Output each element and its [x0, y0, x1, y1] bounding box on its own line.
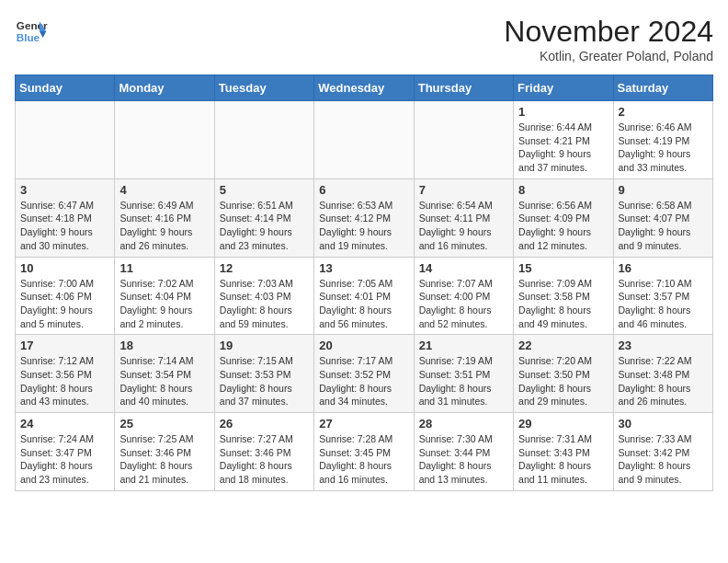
day-info: Sunrise: 7:12 AM Sunset: 3:56 PM Dayligh… [20, 354, 109, 408]
day-number: 15 [518, 261, 608, 275]
calendar-cell [414, 101, 513, 179]
day-number: 26 [220, 417, 309, 431]
calendar-cell: 2Sunrise: 6:46 AM Sunset: 4:19 PM Daylig… [613, 101, 712, 179]
day-number: 19 [220, 339, 309, 352]
day-number: 13 [319, 261, 408, 275]
week-row-0: 1Sunrise: 6:44 AM Sunset: 4:21 PM Daylig… [16, 101, 713, 179]
calendar-cell: 10Sunrise: 7:00 AM Sunset: 4:06 PM Dayli… [16, 257, 115, 335]
day-number: 17 [20, 339, 109, 352]
day-number: 11 [119, 261, 209, 275]
calendar-cell: 11Sunrise: 7:02 AM Sunset: 4:04 PM Dayli… [115, 257, 214, 335]
week-row-3: 17Sunrise: 7:12 AM Sunset: 3:56 PM Dayli… [16, 335, 713, 413]
day-info: Sunrise: 7:20 AM Sunset: 3:50 PM Dayligh… [518, 354, 608, 408]
day-info: Sunrise: 7:15 AM Sunset: 3:53 PM Dayligh… [220, 354, 309, 408]
day-info: Sunrise: 7:27 AM Sunset: 3:46 PM Dayligh… [220, 432, 309, 487]
calendar-cell: 30Sunrise: 7:33 AM Sunset: 3:42 PM Dayli… [613, 413, 712, 491]
calendar-cell: 19Sunrise: 7:15 AM Sunset: 3:53 PM Dayli… [214, 335, 313, 413]
calendar-cell: 28Sunrise: 7:30 AM Sunset: 3:44 PM Dayli… [414, 413, 513, 491]
week-row-2: 10Sunrise: 7:00 AM Sunset: 4:06 PM Dayli… [16, 257, 713, 335]
logo: General Blue [15, 15, 48, 48]
col-header-monday: Monday [115, 75, 214, 101]
day-number: 2 [619, 105, 708, 119]
month-year-title: November 2024 [504, 15, 713, 49]
calendar-cell: 3Sunrise: 6:47 AM Sunset: 4:18 PM Daylig… [16, 178, 115, 257]
day-info: Sunrise: 7:14 AM Sunset: 3:54 PM Dayligh… [119, 354, 209, 408]
day-number: 18 [119, 339, 209, 352]
day-info: Sunrise: 7:03 AM Sunset: 4:03 PM Dayligh… [220, 277, 309, 331]
calendar-cell: 25Sunrise: 7:25 AM Sunset: 3:46 PM Dayli… [115, 413, 214, 491]
day-number: 8 [518, 183, 608, 197]
day-number: 7 [419, 183, 508, 197]
day-info: Sunrise: 7:02 AM Sunset: 4:04 PM Dayligh… [119, 277, 209, 331]
day-number: 10 [20, 261, 109, 275]
logo-icon: General Blue [15, 15, 48, 48]
day-number: 12 [220, 261, 309, 275]
calendar-cell: 27Sunrise: 7:28 AM Sunset: 3:45 PM Dayli… [314, 413, 414, 491]
calendar-cell [314, 101, 414, 179]
col-header-friday: Friday [514, 75, 613, 101]
calendar-cell: 17Sunrise: 7:12 AM Sunset: 3:56 PM Dayli… [16, 335, 115, 413]
day-info: Sunrise: 7:19 AM Sunset: 3:51 PM Dayligh… [419, 354, 508, 408]
day-number: 21 [419, 339, 508, 352]
calendar-cell: 14Sunrise: 7:07 AM Sunset: 4:00 PM Dayli… [414, 257, 513, 335]
day-info: Sunrise: 7:24 AM Sunset: 3:47 PM Dayligh… [20, 432, 109, 487]
day-number: 27 [319, 417, 408, 431]
day-info: Sunrise: 7:33 AM Sunset: 3:42 PM Dayligh… [619, 432, 708, 487]
week-row-4: 24Sunrise: 7:24 AM Sunset: 3:47 PM Dayli… [16, 413, 713, 491]
calendar-cell: 23Sunrise: 7:22 AM Sunset: 3:48 PM Dayli… [613, 335, 712, 413]
day-number: 20 [319, 339, 408, 352]
day-info: Sunrise: 6:46 AM Sunset: 4:19 PM Dayligh… [619, 121, 708, 175]
location-subtitle: Kotlin, Greater Poland, Poland [504, 49, 713, 63]
day-info: Sunrise: 7:00 AM Sunset: 4:06 PM Dayligh… [20, 277, 109, 331]
day-number: 5 [220, 183, 309, 197]
week-row-1: 3Sunrise: 6:47 AM Sunset: 4:18 PM Daylig… [16, 178, 713, 257]
calendar-cell: 12Sunrise: 7:03 AM Sunset: 4:03 PM Dayli… [214, 257, 313, 335]
col-header-wednesday: Wednesday [314, 75, 414, 101]
day-number: 30 [619, 417, 708, 431]
calendar-cell: 1Sunrise: 6:44 AM Sunset: 4:21 PM Daylig… [514, 101, 613, 179]
calendar-cell [115, 101, 214, 179]
calendar-cell: 9Sunrise: 6:58 AM Sunset: 4:07 PM Daylig… [613, 178, 712, 257]
calendar-cell: 22Sunrise: 7:20 AM Sunset: 3:50 PM Dayli… [514, 335, 613, 413]
day-info: Sunrise: 7:22 AM Sunset: 3:48 PM Dayligh… [619, 354, 708, 408]
col-header-saturday: Saturday [613, 75, 712, 101]
day-info: Sunrise: 7:09 AM Sunset: 3:58 PM Dayligh… [518, 277, 608, 331]
day-info: Sunrise: 7:05 AM Sunset: 4:01 PM Dayligh… [319, 277, 408, 331]
col-header-sunday: Sunday [16, 75, 115, 101]
day-info: Sunrise: 6:56 AM Sunset: 4:09 PM Dayligh… [518, 199, 608, 253]
day-number: 3 [20, 183, 109, 197]
header: General Blue November 2024 Kotlin, Great… [15, 15, 713, 63]
calendar-cell [214, 101, 313, 179]
calendar-cell: 5Sunrise: 6:51 AM Sunset: 4:14 PM Daylig… [214, 178, 313, 257]
day-info: Sunrise: 7:07 AM Sunset: 4:00 PM Dayligh… [419, 277, 508, 331]
calendar-cell: 21Sunrise: 7:19 AM Sunset: 3:51 PM Dayli… [414, 335, 513, 413]
col-header-thursday: Thursday [414, 75, 513, 101]
day-number: 6 [319, 183, 408, 197]
calendar-cell: 26Sunrise: 7:27 AM Sunset: 3:46 PM Dayli… [214, 413, 313, 491]
day-number: 23 [619, 339, 708, 352]
day-info: Sunrise: 7:25 AM Sunset: 3:46 PM Dayligh… [119, 432, 209, 487]
day-number: 29 [518, 417, 608, 431]
day-info: Sunrise: 6:53 AM Sunset: 4:12 PM Dayligh… [319, 199, 408, 253]
calendar-cell [16, 101, 115, 179]
day-info: Sunrise: 6:49 AM Sunset: 4:16 PM Dayligh… [119, 199, 209, 253]
day-number: 16 [619, 261, 708, 275]
day-info: Sunrise: 6:58 AM Sunset: 4:07 PM Dayligh… [619, 199, 708, 253]
svg-marker-3 [40, 31, 46, 38]
day-number: 14 [419, 261, 508, 275]
calendar-cell: 7Sunrise: 6:54 AM Sunset: 4:11 PM Daylig… [414, 178, 513, 257]
day-number: 1 [518, 105, 608, 119]
calendar-cell: 20Sunrise: 7:17 AM Sunset: 3:52 PM Dayli… [314, 335, 414, 413]
day-number: 24 [20, 417, 109, 431]
day-info: Sunrise: 6:54 AM Sunset: 4:11 PM Dayligh… [419, 199, 508, 253]
day-info: Sunrise: 7:31 AM Sunset: 3:43 PM Dayligh… [518, 432, 608, 487]
day-info: Sunrise: 7:30 AM Sunset: 3:44 PM Dayligh… [419, 432, 508, 487]
calendar-cell: 29Sunrise: 7:31 AM Sunset: 3:43 PM Dayli… [514, 413, 613, 491]
calendar-cell: 8Sunrise: 6:56 AM Sunset: 4:09 PM Daylig… [514, 178, 613, 257]
day-info: Sunrise: 6:47 AM Sunset: 4:18 PM Dayligh… [20, 199, 109, 253]
calendar-cell: 13Sunrise: 7:05 AM Sunset: 4:01 PM Dayli… [314, 257, 414, 335]
day-info: Sunrise: 7:10 AM Sunset: 3:57 PM Dayligh… [619, 277, 708, 331]
day-info: Sunrise: 7:17 AM Sunset: 3:52 PM Dayligh… [319, 354, 408, 408]
title-block: November 2024 Kotlin, Greater Poland, Po… [504, 15, 713, 63]
calendar-cell: 16Sunrise: 7:10 AM Sunset: 3:57 PM Dayli… [613, 257, 712, 335]
